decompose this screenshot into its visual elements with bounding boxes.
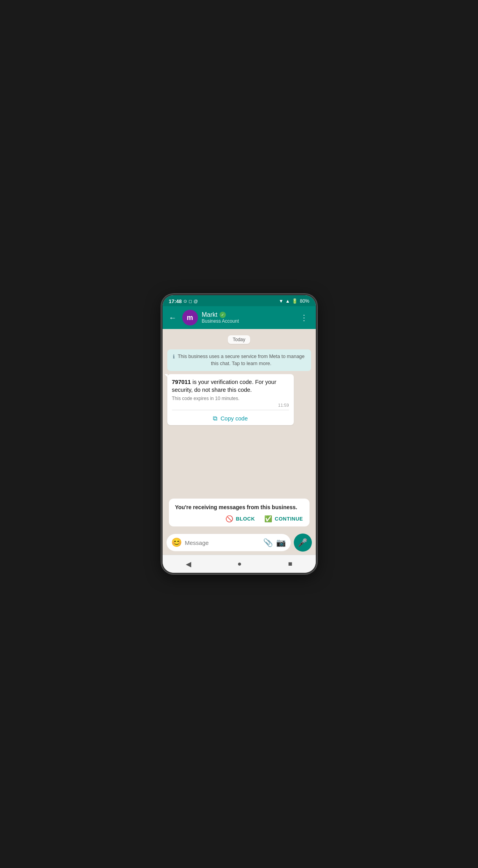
contact-name: Markt <box>202 311 218 318</box>
phone-frame: 17:48 ⊙ ◻ @ ▼ ▲ 🔋 80% ← m Markt ✓ Busine… <box>163 295 316 573</box>
date-label: Today <box>228 335 250 344</box>
contact-subtitle: Business Account <box>202 318 293 324</box>
attach-button[interactable]: 📎 <box>263 538 273 547</box>
whatsapp-icon: ⊙ <box>183 299 187 304</box>
verification-code: 797011 <box>172 379 191 385</box>
message-expiry: This code expires in 10 minutes. <box>172 396 289 401</box>
copy-code-button[interactable]: ⧉ Copy code <box>172 413 289 423</box>
message-bubble: 797011 is your verification code. For yo… <box>167 374 294 425</box>
block-button[interactable]: 🚫 BLOCK <box>225 515 255 523</box>
home-nav-button[interactable]: ● <box>230 557 250 571</box>
info-icon: ℹ <box>173 354 175 360</box>
copy-icon: ⧉ <box>213 415 217 422</box>
avatar[interactable]: m <box>182 310 198 325</box>
mic-icon: 🎤 <box>298 538 308 547</box>
back-button[interactable]: ← <box>167 312 178 324</box>
message-input-container: 😊 📎 📷 <box>167 534 291 551</box>
camera-button[interactable]: 📷 <box>276 538 286 547</box>
recent-nav-button[interactable]: ■ <box>280 557 300 571</box>
message-divider <box>172 410 289 410</box>
battery-percent: 80% <box>300 298 309 304</box>
message-input[interactable] <box>185 539 260 546</box>
business-notice-text: You're receiving messages from this busi… <box>175 504 303 510</box>
contact-info: Markt ✓ Business Account <box>202 311 293 324</box>
continue-button[interactable]: ✅ CONTINUE <box>264 515 303 523</box>
emoji-button[interactable]: 😊 <box>171 537 182 548</box>
info-banner[interactable]: ℹ This business uses a secure service fr… <box>167 349 311 371</box>
info-banner-text: This business uses a secure service from… <box>177 353 306 367</box>
chat-area: Today ℹ This business uses a secure serv… <box>163 329 316 530</box>
mic-button[interactable]: 🎤 <box>294 534 312 552</box>
app-bar: ← m Markt ✓ Business Account ⋮ <box>163 306 316 329</box>
verified-badge: ✓ <box>220 312 226 318</box>
message-time: 11:59 <box>172 403 289 408</box>
back-nav-button[interactable]: ◀ <box>178 557 199 572</box>
chat-spacer <box>167 428 311 495</box>
signal-icon: ▲ <box>286 298 290 304</box>
block-label: BLOCK <box>236 516 255 522</box>
at-icon: @ <box>194 299 198 303</box>
date-badge: Today <box>167 335 311 344</box>
continue-icon: ✅ <box>264 515 273 523</box>
battery-icon: 🔋 <box>292 298 298 304</box>
input-area: 😊 📎 📷 🎤 <box>163 530 316 555</box>
notice-actions: 🚫 BLOCK ✅ CONTINUE <box>175 515 303 523</box>
nav-bar: ◀ ● ■ <box>163 555 316 573</box>
more-menu-button[interactable]: ⋮ <box>297 311 311 324</box>
instagram-icon: ◻ <box>189 299 192 304</box>
copy-code-label: Copy code <box>220 415 247 422</box>
status-time: 17:48 <box>169 298 182 304</box>
wifi-icon: ▼ <box>279 298 284 304</box>
continue-label: CONTINUE <box>275 516 303 522</box>
message-text: 797011 is your verification code. For yo… <box>172 378 289 394</box>
business-notice: You're receiving messages from this busi… <box>169 499 310 526</box>
block-icon: 🚫 <box>225 515 234 523</box>
status-bar: 17:48 ⊙ ◻ @ ▼ ▲ 🔋 80% <box>163 295 316 306</box>
